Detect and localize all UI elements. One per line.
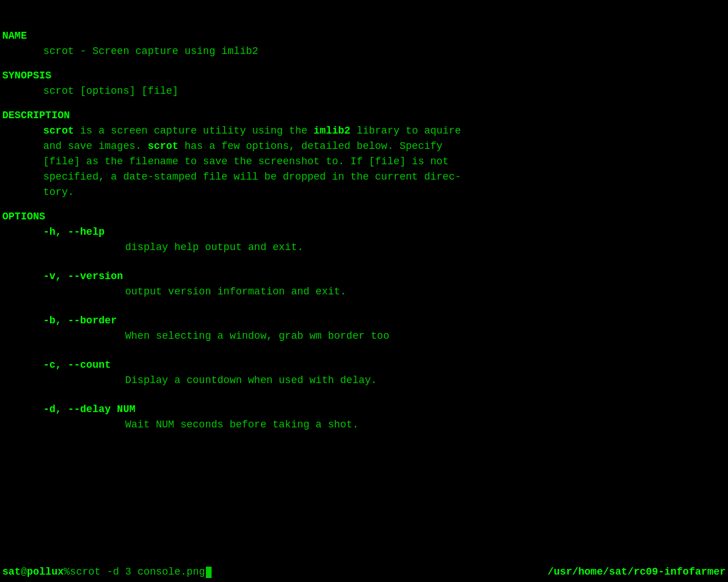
synopsis-heading: SYNOPSIS: [2, 68, 726, 84]
option-border: -b, --border When selecting a window, gr…: [2, 313, 726, 344]
synopsis-content: scrot [options] [file]: [2, 84, 726, 99]
desc-line2-pre: and save images.: [43, 140, 148, 152]
desc-line1: scrot is a screen capture utility using …: [43, 123, 726, 139]
name-content: scrot - Screen capture using imlib2: [2, 44, 726, 59]
options-heading: OPTIONS: [2, 209, 726, 225]
option-count: -c, --count Display a countdown when use…: [2, 357, 726, 388]
scrot-bold-2: scrot: [148, 140, 179, 152]
prompt-percent: %: [64, 564, 70, 580]
cursor-block: [206, 567, 212, 578]
prompt-command[interactable]: scrot -d 3 console.png: [70, 564, 205, 580]
option-version: -v, --version output version information…: [2, 269, 726, 300]
prompt-username: sat: [2, 564, 20, 580]
options-section: OPTIONS -h, --help display help output a…: [2, 209, 726, 433]
option-help-desc: display help output and exit.: [43, 240, 726, 255]
desc-line3: [file] as the filename to save the scree…: [43, 154, 726, 169]
option-help-flag: -h, --help: [43, 225, 726, 240]
option-count-desc: Display a countdown when used with delay…: [43, 373, 726, 388]
option-version-flag: -v, --version: [43, 269, 726, 284]
desc-line2-end: has a few options, detailed below. Speci…: [179, 140, 442, 152]
desc-line1-end: library to aquire: [350, 125, 461, 136]
description-section: DESCRIPTION scrot is a screen capture ut…: [2, 108, 726, 200]
desc-line2: and save images. scrot has a few options…: [43, 139, 726, 154]
name-heading: NAME: [2, 28, 726, 44]
prompt-bar: sat @ pollux % scrot -d 3 console.png /u…: [0, 562, 728, 582]
option-delay-desc: Wait NUM seconds before taking a shot.: [43, 417, 726, 433]
synopsis-section: SYNOPSIS scrot [options] [file]: [2, 68, 726, 99]
option-count-flag: -c, --count: [43, 357, 726, 373]
imlib2-bold: imlib2: [313, 125, 350, 136]
option-version-desc: output version information and exit.: [43, 284, 726, 300]
option-border-desc: When selecting a window, grab wm border …: [43, 329, 726, 344]
option-help: -h, --help display help output and exit.: [2, 225, 726, 255]
scrot-bold-1: scrot: [43, 125, 74, 136]
desc-line5: tory.: [43, 185, 726, 200]
prompt-path: /usr/home/sat/rc09-infofarmer: [548, 564, 726, 580]
terminal-window: NAME scrot - Screen capture using imlib2…: [0, 11, 728, 582]
description-body: scrot is a screen capture utility using …: [2, 123, 726, 200]
option-border-flag: -b, --border: [43, 313, 726, 329]
prompt-at: @: [20, 564, 27, 580]
desc-line4: specified, a date-stamped file will be d…: [43, 169, 726, 185]
option-delay: -d, --delay NUM Wait NUM seconds before …: [2, 402, 726, 433]
prompt-hostname: pollux: [27, 564, 64, 580]
desc-line1-mid: is a screen capture utility using the: [74, 125, 313, 136]
name-section: NAME scrot - Screen capture using imlib2: [2, 28, 726, 59]
option-delay-flag: -d, --delay NUM: [43, 402, 726, 417]
prompt-left: sat @ pollux % scrot -d 3 console.png: [2, 564, 212, 580]
description-heading: DESCRIPTION: [2, 108, 726, 123]
